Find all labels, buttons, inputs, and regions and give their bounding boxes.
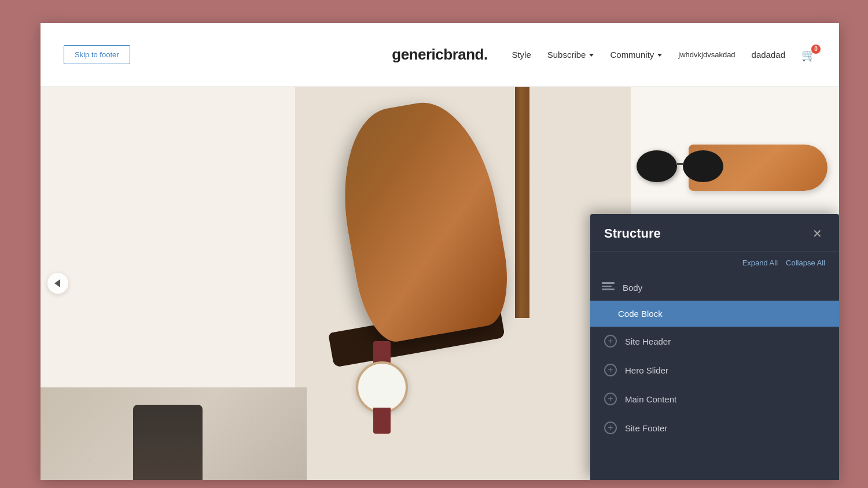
sunglasses-bridge	[677, 163, 683, 165]
bottom-image-strip	[41, 387, 307, 480]
prev-arrow-icon	[54, 279, 60, 287]
nav-item-subscribe[interactable]: Subscribe	[547, 50, 594, 60]
nav-item-long1[interactable]: jwhdvkjdvsakdad	[678, 50, 735, 59]
structure-item-main-content[interactable]: + Main Content	[590, 385, 839, 413]
panel-close-button[interactable]: ✕	[809, 225, 825, 242]
panel-header: Structure ✕	[590, 214, 839, 252]
site-frame: Skip to footer genericbrand. Style Subsc…	[41, 23, 839, 480]
expand-all-link[interactable]: Expand All	[742, 258, 778, 267]
cart-button[interactable]: 🛒 0	[801, 48, 816, 62]
nav-item-style[interactable]: Style	[512, 50, 531, 60]
sunglasses-image	[637, 145, 827, 214]
boot-body	[328, 93, 517, 346]
circle-plus-icon: +	[604, 393, 617, 405]
brand-logo: genericbrand.	[392, 46, 487, 64]
page-wrapper: Skip to footer genericbrand. Style Subsc…	[0, 0, 868, 488]
circle-plus-icon: +	[604, 364, 617, 376]
structure-item-site-header[interactable]: + Site Header	[590, 327, 839, 356]
circle-plus-icon: +	[604, 335, 617, 347]
panel-items: Body Code Block + Site Header + Hero S	[590, 274, 839, 480]
chevron-down-icon	[657, 54, 662, 57]
chevron-down-icon	[589, 54, 594, 57]
structure-item-body[interactable]: Body	[590, 274, 839, 301]
panel-toolbar: Expand All Collapse All	[590, 252, 839, 274]
watch-image	[324, 341, 440, 434]
body-icon	[602, 282, 615, 293]
hero-area: THE BASICS Struct	[41, 87, 839, 480]
site-header: Skip to footer genericbrand. Style Subsc…	[41, 23, 839, 87]
structure-item-hero-slider[interactable]: + Hero Slider	[590, 356, 839, 385]
watch-strap-bottom	[373, 408, 391, 434]
structure-item-site-footer[interactable]: + Site Footer	[590, 413, 839, 442]
structure-item-code-block[interactable]: Code Block	[590, 301, 839, 327]
collapse-all-link[interactable]: Collapse All	[786, 258, 825, 267]
skip-to-footer-button[interactable]: Skip to footer	[64, 45, 130, 64]
cart-badge: 0	[811, 45, 821, 54]
bottom-figure	[133, 405, 203, 480]
carousel-prev-button[interactable]	[47, 273, 68, 294]
boot-image	[301, 104, 521, 370]
nav-item-long2[interactable]: dadadad	[752, 50, 785, 60]
panel-title: Structure	[604, 226, 661, 241]
watch-body	[356, 361, 408, 413]
nav-item-community[interactable]: Community	[610, 50, 662, 60]
sunglasses-lens-left	[637, 150, 677, 182]
sunglasses-lens-right	[683, 150, 723, 182]
nav-links: Style Subscribe Community jwhdvkjdvsakda…	[512, 48, 816, 62]
structure-panel: Structure ✕ Expand All Collapse All Body	[590, 214, 839, 480]
circle-plus-icon: +	[604, 422, 617, 434]
bottom-image-content	[41, 387, 307, 480]
